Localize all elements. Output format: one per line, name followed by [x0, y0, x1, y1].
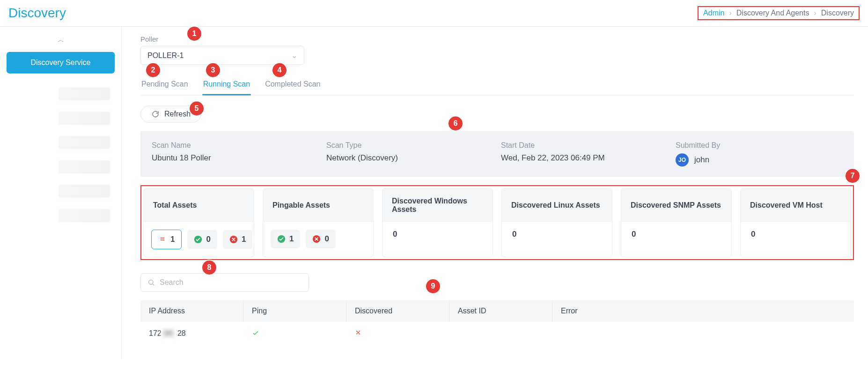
chevron-right-icon: › [729, 9, 731, 17]
total-assets-ok-pill[interactable]: 0 [187, 230, 217, 249]
tab-pending-scan[interactable]: Pending Scan [140, 75, 189, 95]
ip-redacted: 00 [162, 329, 176, 338]
th-ip[interactable]: IP Address [140, 300, 243, 322]
sidebar-item-placeholder [59, 185, 110, 198]
scan-summary: Scan Name Ubuntu 18 Poller Scan Type Net… [140, 131, 854, 177]
card-snmp-assets: Discovered SNMP Assets 0 [621, 188, 732, 257]
table-header: IP Address Ping Discovered Asset ID Erro… [140, 300, 854, 322]
cell-ping [243, 322, 346, 345]
card-title: Discovered Windows Assets [383, 188, 493, 222]
card-linux-assets: Discovered Linux Assets 0 [501, 188, 612, 257]
cell-discovered [346, 322, 449, 345]
scan-name-label: Scan Name [152, 141, 319, 150]
linux-assets-value: 0 [509, 230, 516, 239]
th-asset-id[interactable]: Asset ID [449, 300, 552, 322]
total-assets-err-pill[interactable]: 1 [223, 230, 252, 249]
poller-select[interactable]: POLLER-1 ⌄ [140, 46, 304, 65]
search-input[interactable] [160, 278, 302, 287]
scan-tabs: Pending Scan Running Scan Completed Scan [140, 75, 854, 95]
table-row[interactable]: 17200 28 [140, 322, 854, 345]
total-assets-all: 1 [170, 235, 175, 244]
breadcrumb-admin[interactable]: Admin [703, 9, 724, 17]
annotation-marker-8: 8 [202, 261, 216, 275]
annotation-marker-3: 3 [206, 63, 220, 77]
annotation-marker-1: 1 [187, 27, 201, 41]
pingable-ok: 1 [289, 234, 294, 244]
refresh-button-label: Refresh [164, 110, 191, 118]
sidebar-item-placeholder [59, 209, 110, 222]
tab-completed-scan[interactable]: Completed Scan [264, 75, 321, 95]
pingable-err: 0 [324, 234, 329, 244]
scan-type-value: Network (Discovery) [326, 153, 493, 163]
annotation-marker-4: 4 [272, 63, 287, 77]
search-icon [147, 279, 155, 286]
annotation-marker-6: 6 [449, 116, 463, 130]
card-title: Total Assets [144, 188, 254, 222]
cell-error [552, 322, 854, 345]
x-circle-icon [312, 235, 321, 243]
card-title: Discovered SNMP Assets [621, 188, 731, 222]
pingable-ok-pill[interactable]: 1 [271, 230, 300, 248]
th-error[interactable]: Error [552, 300, 854, 322]
asset-cards: Total Assets = 1 0 [140, 185, 854, 260]
total-assets-ok: 0 [206, 235, 210, 244]
sidebar-item-discovery-service[interactable]: Discovery Service [7, 52, 115, 73]
annotation-marker-2: 2 [146, 63, 160, 77]
card-vm-host: Discovered VM Host 0 [740, 188, 851, 257]
x-icon [355, 329, 441, 336]
chevron-up-icon: ︿ [58, 36, 64, 44]
search-box[interactable] [140, 273, 309, 292]
submitted-by-label: Submitted By [676, 141, 843, 150]
avatar: JO [676, 153, 689, 167]
card-title: Pingable Assets [263, 188, 373, 222]
sidebar: ︿ Discovery Service [0, 27, 122, 359]
submitted-by-value: john [694, 155, 709, 165]
total-assets-err: 1 [242, 235, 246, 244]
chevron-right-icon: › [814, 9, 816, 17]
sidebar-item-placeholder [59, 160, 110, 174]
page-title: Discovery [8, 6, 66, 21]
check-circle-icon [194, 235, 202, 244]
breadcrumb-discovery-and-agents[interactable]: Discovery And Agents [736, 9, 809, 17]
check-icon [252, 329, 338, 337]
sidebar-item-placeholder [59, 87, 110, 101]
chevron-down-icon: ⌄ [291, 51, 297, 60]
card-total-assets: Total Assets = 1 0 [143, 188, 254, 257]
svg-point-4 [149, 280, 153, 284]
total-assets-all-pill[interactable]: = 1 [151, 230, 182, 249]
sidebar-blurred-items [7, 87, 115, 222]
equal-icon: = [158, 235, 167, 244]
start-date-label: Start Date [501, 141, 668, 150]
sidebar-collapse-toggle[interactable]: ︿ [7, 31, 115, 52]
annotation-marker-9: 9 [426, 279, 440, 293]
vm-host-value: 0 [748, 230, 755, 239]
cell-ip: 17200 28 [140, 322, 243, 345]
scan-type-label: Scan Type [326, 141, 493, 150]
annotation-marker-7: 7 [846, 169, 860, 183]
tab-running-scan[interactable]: Running Scan [202, 75, 251, 95]
breadcrumb-discovery: Discovery [821, 9, 854, 17]
refresh-icon [151, 110, 160, 118]
card-windows-assets: Discovered Windows Assets 0 [382, 188, 493, 257]
breadcrumb: Admin › Discovery And Agents › Discovery [698, 6, 860, 20]
x-circle-icon [229, 235, 238, 244]
windows-assets-value: 0 [390, 230, 397, 239]
poller-select-value: POLLER-1 [147, 51, 184, 60]
check-circle-icon [277, 235, 286, 243]
scan-name-value: Ubuntu 18 Poller [152, 153, 319, 163]
ip-suffix: 28 [177, 329, 186, 337]
ip-prefix: 172 [149, 329, 162, 337]
card-pingable-assets: Pingable Assets 1 0 [263, 188, 374, 257]
start-date-value: Wed, Feb 22, 2023 06:49 PM [501, 153, 668, 163]
th-ping[interactable]: Ping [243, 300, 346, 322]
pingable-err-pill[interactable]: 0 [306, 230, 335, 248]
topbar: Discovery Admin › Discovery And Agents ›… [0, 0, 868, 27]
annotation-marker-5: 5 [190, 101, 204, 116]
main-content: 1 2 3 4 5 6 7 8 9 Poller POLLER-1 ⌄ Pend… [122, 27, 868, 359]
card-title: Discovered Linux Assets [502, 188, 612, 222]
th-discovered[interactable]: Discovered [346, 300, 449, 322]
poller-label: Poller [140, 35, 854, 43]
cell-asset-id [449, 322, 552, 345]
results-table: IP Address Ping Discovered Asset ID Erro… [140, 300, 854, 345]
sidebar-item-placeholder [59, 136, 110, 149]
